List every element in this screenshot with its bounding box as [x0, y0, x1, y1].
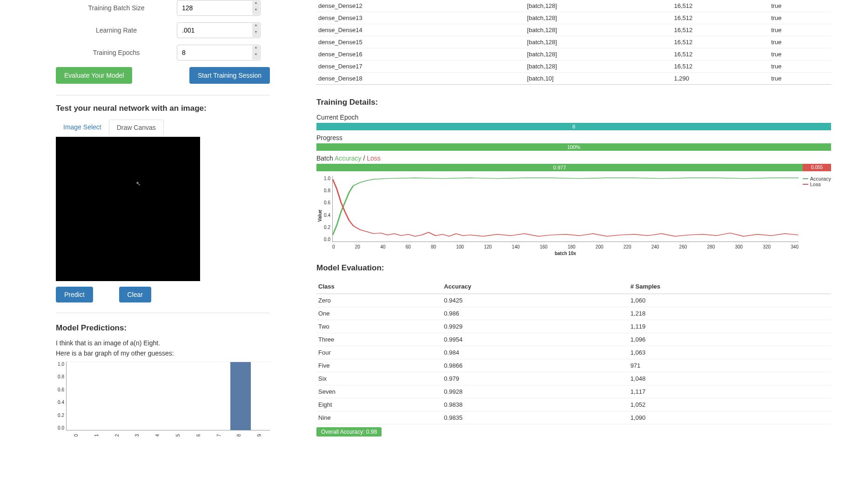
current-epoch-label: Current Epoch [316, 114, 831, 121]
learning-rate-label: Learning Rate [56, 27, 177, 34]
drawing-canvas[interactable]: ↖ [56, 137, 200, 281]
batch-size-input[interactable] [177, 0, 261, 16]
training-details-heading: Training Details: [316, 98, 831, 107]
accuracy-bar: 0.977 [316, 164, 803, 171]
legend-loss: Loss [810, 181, 821, 187]
start-training-button[interactable]: Start Training Session [189, 67, 270, 84]
training-line-chart: Value 1.00.80.60.40.20.0 020406080100120… [316, 176, 831, 250]
test-heading: Test your neural network with an image: [56, 104, 270, 113]
table-row: dense_Dense18[batch,10]1,290true [316, 73, 831, 85]
evaluation-table: Class Accuracy # Samples Zero0.94251,060… [316, 279, 831, 424]
progress-label: Progress [316, 134, 831, 141]
prediction-text-2: Here is a bar graph of my other guesses: [56, 349, 270, 357]
predictions-bar-chart: 1.00.80.60.40.20.0 0123456789 [56, 362, 270, 436]
evaluate-button[interactable]: Evaluate Your Model [56, 67, 132, 84]
predictions-heading: Model Predictions: [56, 323, 270, 333]
spinner-icon[interactable]: ▲▼ [252, 23, 260, 37]
layers-table: dense_Dense12[batch,128]16,512truedense_… [316, 0, 831, 85]
batch-metrics-label: Batch Accuracy / Loss [316, 155, 831, 162]
table-row: dense_Dense13[batch,128]16,512true [316, 12, 831, 24]
loss-line [333, 179, 799, 236]
table-row: Zero0.94251,060 [316, 294, 831, 307]
cursor-icon: ↖ [136, 180, 141, 187]
table-row: dense_Dense14[batch,128]16,512true [316, 24, 831, 36]
col-samples: # Samples [629, 279, 831, 294]
table-row: dense_Dense16[batch,128]16,512true [316, 48, 831, 60]
prediction-text-1: I think that is an image of a(n) Eight. [56, 339, 270, 347]
tab-image-select[interactable]: Image Select [56, 120, 109, 135]
table-row: Nine0.98351,090 [316, 411, 831, 424]
table-row: Seven0.99281,117 [316, 385, 831, 398]
progress-bar: 100% [316, 143, 831, 151]
table-row: Four0.9841,063 [316, 346, 831, 359]
learning-rate-input[interactable] [177, 22, 261, 38]
table-row: Six0.9791,048 [316, 372, 831, 385]
table-row: dense_Dense12[batch,128]16,512true [316, 0, 831, 12]
col-class: Class [316, 279, 442, 294]
epoch-bar: 8 [316, 123, 831, 130]
table-row: dense_Dense17[batch,128]16,512true [316, 60, 831, 73]
clear-button[interactable]: Clear [119, 287, 151, 302]
loss-bar: 0.055 [803, 164, 831, 171]
epochs-label: Training Epochs [56, 49, 177, 56]
tab-draw-canvas[interactable]: Draw Canvas [109, 120, 164, 135]
accuracy-line [333, 178, 799, 235]
overall-accuracy-badge: Overall Accuracy: 0.98 [316, 427, 382, 437]
table-row: One0.9861,218 [316, 307, 831, 320]
predict-button[interactable]: Predict [56, 287, 93, 302]
table-row: Eight0.98381,052 [316, 398, 831, 411]
table-row: dense_Dense15[batch,128]16,512true [316, 36, 831, 48]
spinner-icon[interactable]: ▲▼ [252, 1, 260, 15]
table-row: Three0.99541,096 [316, 333, 831, 346]
epochs-input[interactable] [177, 45, 261, 60]
evaluation-heading: Model Evaluation: [316, 263, 831, 273]
batch-size-label: Training Batch Size [56, 4, 177, 12]
table-row: Two0.99291,119 [316, 320, 831, 333]
legend-accuracy: Accuracy [810, 176, 831, 181]
col-accuracy: Accuracy [442, 279, 629, 294]
table-row: Five0.9866971 [316, 359, 831, 372]
spinner-icon[interactable]: ▲▼ [252, 46, 260, 60]
